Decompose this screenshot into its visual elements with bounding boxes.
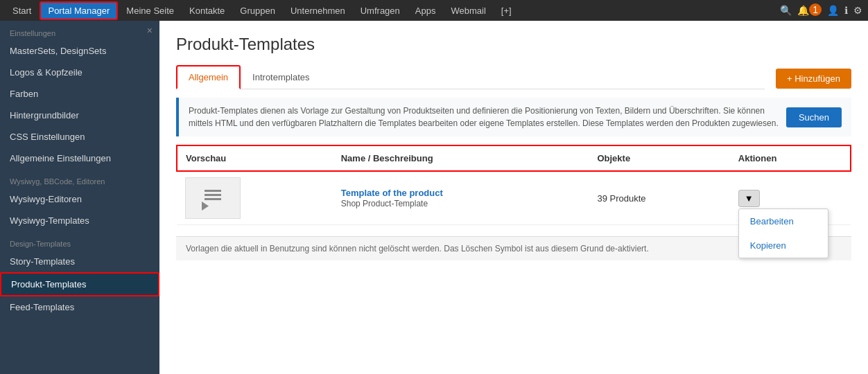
sidebar: × Einstellungen MasterSets, DesignSets L…	[0, 21, 159, 374]
nav-start[interactable]: Start	[6, 3, 38, 19]
main-content: Produkt-Templates Allgemein Introtemplat…	[159, 21, 868, 374]
settings-icon[interactable]: ⚙	[853, 5, 862, 16]
preview-thumbnail	[185, 177, 241, 219]
template-description: Shop Product-Template	[341, 199, 428, 208]
objects-count: 39 Produkte	[597, 193, 645, 204]
nav-kontakte[interactable]: Kontakte	[182, 3, 232, 19]
sidebar-section-einstellungen: Einstellungen	[0, 21, 159, 40]
sidebar-section-design: Design-Templates	[0, 231, 159, 251]
sidebar-item-logos[interactable]: Logos & Kopfzeile	[0, 62, 159, 83]
sidebar-item-farben[interactable]: Farben	[0, 83, 159, 105]
name-cell: Template of the product Shop Product-Tem…	[333, 171, 589, 225]
sidebar-item-feed-templates[interactable]: Feed-Templates	[0, 296, 159, 318]
info-box: Produkt-Templates dienen als Vorlage zur…	[176, 98, 851, 136]
table-row: Template of the product Shop Product-Tem…	[177, 171, 851, 225]
objects-cell: 39 Produkte	[589, 171, 729, 225]
notification-badge: 1	[809, 3, 822, 16]
svg-rect-0	[205, 190, 221, 192]
preview-icon	[199, 184, 227, 212]
top-navigation: Start Portal Manager Meine Seite Kontakt…	[0, 0, 868, 21]
nav-plus[interactable]: [+]	[494, 3, 519, 19]
sidebar-item-produkt-templates[interactable]: Produkt-Templates	[0, 272, 159, 296]
top-nav-icons: 🔍 🔔1 👤 ℹ ⚙	[780, 5, 862, 16]
page-title: Produkt-Templates	[176, 35, 851, 54]
tab-allgemein[interactable]: Allgemein	[176, 65, 241, 89]
tabs: Allgemein Introtemplates	[176, 65, 765, 89]
tab-introtemplates[interactable]: Introtemplates	[241, 66, 321, 89]
sidebar-close[interactable]: ×	[147, 25, 153, 36]
nav-unternehmen[interactable]: Unternehmen	[284, 3, 352, 19]
search-button[interactable]: Suchen	[786, 107, 842, 127]
sidebar-item-wysiwyg-editoren[interactable]: Wysiwyg-Editoren	[0, 188, 159, 210]
col-name: Name / Beschreibung	[333, 145, 589, 171]
notification-icon[interactable]: 🔔1	[797, 5, 822, 16]
col-objekte: Objekte	[589, 145, 729, 171]
col-vorschau: Vorschau	[177, 145, 333, 171]
sidebar-item-hintergrundbilder[interactable]: Hintergrundbilder	[0, 105, 159, 126]
sidebar-item-wysiwyg-templates[interactable]: Wysiwyg-Templates	[0, 210, 159, 231]
svg-marker-3	[202, 202, 209, 211]
action-bearbeiten[interactable]: Bearbeiten	[739, 209, 828, 233]
nav-umfragen[interactable]: Umfragen	[354, 3, 407, 19]
nav-gruppen[interactable]: Gruppen	[233, 3, 282, 19]
sidebar-item-story-templates[interactable]: Story-Templates	[0, 251, 159, 272]
actions-dropdown-menu: Bearbeiten Kopieren	[738, 208, 828, 258]
sidebar-item-css[interactable]: CSS Einstellungen	[0, 126, 159, 148]
nav-apps[interactable]: Apps	[408, 3, 443, 19]
template-link[interactable]: Template of the product	[341, 188, 443, 198]
user-icon[interactable]: 👤	[827, 5, 839, 16]
actions-dropdown-button[interactable]: ▼	[738, 190, 760, 207]
col-aktionen: Aktionen	[730, 145, 851, 171]
sidebar-section-wysiwyg: Wysiwyg, BBCode, Editoren	[0, 169, 159, 188]
nav-portal-manager[interactable]: Portal Manager	[40, 1, 118, 20]
search-icon[interactable]: 🔍	[780, 5, 792, 16]
svg-rect-2	[205, 198, 221, 200]
info-text: Produkt-Templates dienen als Vorlage zur…	[189, 105, 779, 130]
action-kopieren[interactable]: Kopieren	[739, 233, 828, 258]
actions-dropdown-area: ▼ Bearbeiten Kopieren	[738, 190, 760, 207]
main-layout: × Einstellungen MasterSets, DesignSets L…	[0, 21, 868, 374]
sidebar-item-allgemeine[interactable]: Allgemeine Einstellungen	[0, 148, 159, 169]
add-button[interactable]: + Hinzufügen	[776, 69, 851, 89]
nav-meine-seite[interactable]: Meine Seite	[119, 3, 181, 19]
sidebar-item-mastersets[interactable]: MasterSets, DesignSets	[0, 40, 159, 62]
actions-cell[interactable]: ▼ Bearbeiten Kopieren	[730, 171, 851, 225]
nav-webmail[interactable]: Webmail	[444, 3, 492, 19]
preview-cell	[177, 171, 333, 225]
svg-rect-1	[205, 194, 221, 196]
info-icon[interactable]: ℹ	[844, 5, 848, 16]
products-table: Vorschau Name / Beschreibung Objekte Akt…	[176, 145, 851, 225]
